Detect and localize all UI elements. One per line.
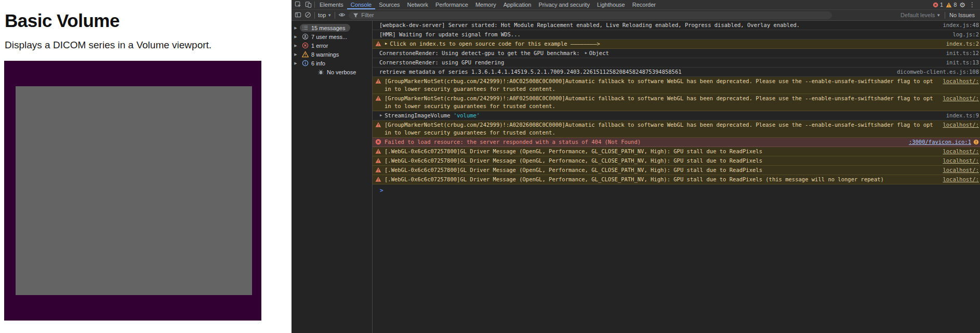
console-body: ▶15 messages▶7 user mess...▶1 error▶8 wa… bbox=[292, 21, 980, 333]
live-expression-eye-icon[interactable] bbox=[338, 11, 346, 19]
message-text: [.WebGL-0x6c6c07257800]GL Driver Message… bbox=[385, 166, 762, 174]
dicom-canvas[interactable] bbox=[16, 86, 252, 295]
source-link[interactable]: init.ts:13 bbox=[939, 59, 979, 66]
error-icon bbox=[302, 42, 309, 49]
demo-page: Basic Volume Displays a DICOM series in … bbox=[0, 0, 292, 333]
sidebar-item-8-warnings[interactable]: ▶8 warnings bbox=[292, 50, 372, 59]
sidebar-item-label: 1 error bbox=[311, 43, 328, 49]
expand-arrow-icon[interactable]: ▶ bbox=[294, 26, 298, 30]
console-filter-input[interactable]: Filter bbox=[349, 11, 832, 19]
source-link[interactable]: localhost/: bbox=[935, 121, 979, 129]
page-title: Basic Volume bbox=[5, 10, 292, 31]
expand-arrow-icon[interactable]: ▶ bbox=[294, 61, 298, 65]
console-toolbar: top▼ Filter Default levels▼ No Issues bbox=[292, 10, 980, 21]
console-message-log: [webpack-dev-server] Server started: Hot… bbox=[373, 21, 980, 30]
message-text: [webpack-dev-server] Server started: Hot… bbox=[379, 21, 800, 29]
console-message-warning: [GroupMarkerNotSet(crbug.com/242999)!:A0… bbox=[373, 77, 980, 94]
tab-application[interactable]: Application bbox=[500, 0, 535, 9]
source-link[interactable]: localhost/: bbox=[935, 95, 979, 102]
warning-icon bbox=[375, 95, 381, 101]
log-levels-dropdown[interactable]: Default levels▼ bbox=[900, 12, 941, 18]
message-text: retrieve metadata of series 1.3.6.1.4.1.… bbox=[379, 68, 682, 76]
tab-network[interactable]: Network bbox=[404, 0, 432, 9]
dicom-viewport[interactable] bbox=[4, 61, 261, 321]
warning-icon bbox=[375, 176, 381, 182]
console-message-warning: [.WebGL-0x6c6c07257800]GL Driver Message… bbox=[373, 156, 980, 166]
console-prompt[interactable]: > bbox=[373, 184, 980, 194]
source-link[interactable]: index.ts:2 bbox=[939, 40, 979, 48]
warning-icon bbox=[302, 51, 309, 58]
devtools-tabbar: ElementsConsoleSourcesNetworkPerformance… bbox=[292, 0, 980, 10]
page-description: Displays a DICOM series in a Volume view… bbox=[5, 39, 292, 51]
message-text: StreamingImageVolume bbox=[385, 112, 450, 119]
string-value: 'volume' bbox=[454, 112, 480, 119]
source-link[interactable]: init.ts:12 bbox=[939, 49, 979, 57]
console-message-warning: [GroupMarkerNotSet(crbug.com/242999)!:A0… bbox=[373, 121, 980, 138]
console-message-log: [HMR] Waiting for update signal from WDS… bbox=[373, 30, 980, 39]
tab-elements[interactable]: Elements bbox=[316, 0, 347, 9]
source-link[interactable]: :3000/favicon.ico:1 bbox=[902, 138, 971, 146]
tab-privacy-and-security[interactable]: Privacy and security bbox=[535, 0, 593, 9]
tab-sources[interactable]: Sources bbox=[375, 0, 403, 9]
expand-arrow-icon[interactable]: ▶ bbox=[294, 52, 298, 57]
devtools-panel: ElementsConsoleSourcesNetworkPerformance… bbox=[292, 0, 980, 333]
source-link[interactable]: index.js:48 bbox=[935, 21, 979, 29]
inspect-element-icon[interactable] bbox=[295, 1, 301, 9]
tab-console[interactable]: Console bbox=[347, 0, 375, 9]
source-link[interactable]: localhost/: bbox=[935, 176, 979, 183]
list-icon bbox=[302, 24, 309, 31]
sidebar-item-7-user-mess[interactable]: ▶7 user mess... bbox=[292, 32, 372, 41]
info-icon bbox=[302, 60, 309, 66]
filter-funnel-icon bbox=[353, 12, 359, 18]
warning-count-badge[interactable]: 8 bbox=[946, 2, 957, 8]
source-link[interactable]: index.ts:9 bbox=[939, 112, 979, 119]
message-text: CornerstoneRender: using GPU rendering bbox=[379, 59, 504, 66]
console-message-log: retrieve metadata of series 1.3.6.1.4.1.… bbox=[373, 68, 980, 77]
tab-performance[interactable]: Performance bbox=[432, 0, 472, 9]
expand-arrow-icon[interactable]: ▶ bbox=[380, 112, 382, 119]
source-link[interactable]: localhost/: bbox=[935, 166, 979, 174]
toolbar-separator bbox=[335, 12, 335, 19]
verbose-icon bbox=[317, 69, 324, 75]
sidebar-item-6-info[interactable]: ▶6 info bbox=[292, 59, 372, 68]
source-link[interactable]: localhost/: bbox=[935, 77, 979, 85]
source-link[interactable]: localhost/: bbox=[935, 148, 979, 155]
message-text: Failed to load resource: the server resp… bbox=[385, 138, 641, 146]
sidebar-item-15-messages[interactable]: ▶15 messages bbox=[292, 23, 372, 32]
console-sidebar: ▶15 messages▶7 user mess...▶1 error▶8 wa… bbox=[292, 21, 373, 333]
message-text: [.WebGL-0x6c6c07257800]GL Driver Message… bbox=[385, 176, 884, 183]
settings-gear-icon[interactable]: ⚙ bbox=[959, 2, 965, 8]
sidebar-item-no-verbose[interactable]: No verbose bbox=[292, 68, 372, 76]
object-preview[interactable]: Object bbox=[589, 49, 609, 57]
device-toolbar-icon[interactable] bbox=[305, 1, 312, 9]
context-selector[interactable]: top▼ bbox=[318, 12, 332, 18]
sidebar-item-label: 6 info bbox=[311, 60, 325, 66]
expand-arrow-icon[interactable]: ▶ bbox=[294, 35, 298, 39]
error-count-badge[interactable]: 1 bbox=[933, 2, 943, 8]
tab-lighthouse[interactable]: Lighthouse bbox=[593, 0, 629, 9]
console-message-log: ▶StreamingImageVolume'volume'index.ts:9 bbox=[373, 111, 980, 121]
console-sidebar-toggle-icon[interactable] bbox=[295, 11, 301, 19]
source-link[interactable]: localhost/: bbox=[935, 157, 979, 165]
message-text: [.WebGL-0x6c6c07257800]GL Driver Message… bbox=[385, 148, 762, 155]
issues-counter[interactable]: No Issues bbox=[949, 12, 975, 18]
console-message-warning: [.WebGL-0x6c6c07257800]GL Driver Message… bbox=[373, 166, 980, 175]
console-messages: [webpack-dev-server] Server started: Hot… bbox=[373, 21, 980, 333]
warning-icon bbox=[375, 122, 381, 128]
object-expand-arrow-icon[interactable]: ▶ bbox=[585, 49, 587, 57]
tabbar-separator bbox=[314, 2, 315, 8]
expand-arrow-icon[interactable]: ▶ bbox=[294, 44, 298, 48]
message-text: [GroupMarkerNotSet(crbug.com/242999)!:A0… bbox=[385, 77, 935, 93]
tab-recorder[interactable]: Recorder bbox=[629, 0, 659, 9]
source-link[interactable]: log.js:2 bbox=[945, 31, 979, 38]
issue-icon[interactable] bbox=[973, 139, 979, 145]
clear-console-icon[interactable] bbox=[304, 11, 311, 19]
sidebar-item-label: No verbose bbox=[327, 69, 356, 75]
console-message-log: CornerstoneRender: Using detect-gpu to g… bbox=[373, 49, 980, 58]
more-options-icon[interactable]: ⋮ bbox=[968, 2, 976, 8]
sidebar-item-1-error[interactable]: ▶1 error bbox=[292, 41, 372, 50]
tab-memory[interactable]: Memory bbox=[472, 0, 500, 9]
expand-arrow-icon[interactable]: ▶ bbox=[385, 40, 387, 48]
console-message-warning: ▶Click on index.ts to open source code f… bbox=[373, 39, 980, 49]
source-link[interactable]: dicomweb-client.es.js:108 bbox=[890, 68, 979, 76]
